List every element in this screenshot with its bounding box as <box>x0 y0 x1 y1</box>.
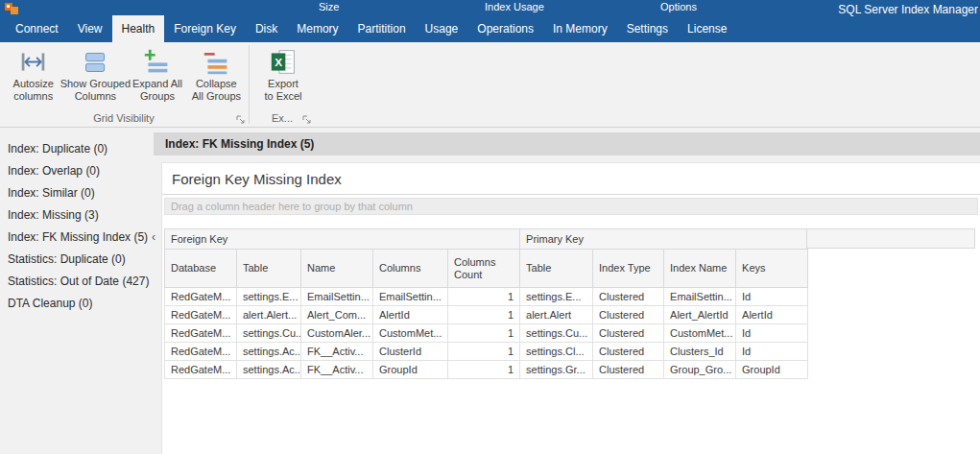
tab-partitition[interactable]: Partitition <box>348 15 416 42</box>
tab-disk[interactable]: Disk <box>246 15 287 42</box>
sidebar-item-index-fk-missing[interactable]: Index: FK Missing Index (5)‹ <box>0 227 154 249</box>
column-header-keys[interactable]: Keys <box>736 250 808 288</box>
grid-cell[interactable]: RedGateM... <box>165 288 237 306</box>
tab-license[interactable]: License <box>678 15 736 42</box>
grid-cell[interactable]: settings.Ac... <box>237 343 301 361</box>
tab-view[interactable]: View <box>68 15 112 42</box>
expand-groups-icon <box>143 48 171 76</box>
grid-cell[interactable]: settings.E... <box>237 288 301 306</box>
grid-cell[interactable]: Id <box>736 343 808 361</box>
tab-memory[interactable]: Memory <box>287 15 347 42</box>
column-header-index-name[interactable]: Index Name <box>664 250 736 288</box>
sidebar-item-index-similar[interactable]: Index: Similar (0) <box>0 182 154 204</box>
grid-cell[interactable]: 1 <box>448 306 520 324</box>
ribbon-group-separator <box>249 45 250 124</box>
export-to-excel-button[interactable]: X Export to Excel <box>254 45 312 111</box>
column-header-columns-count[interactable]: Columns Count <box>448 250 520 288</box>
ribbon-group-grid-visibility: Autosize columns Show Grouped Columns <box>0 42 248 127</box>
tab-health[interactable]: Health <box>112 15 165 42</box>
grid-cell[interactable]: EmailSettin... <box>301 288 373 306</box>
grid-cell[interactable]: RedGateM... <box>165 343 237 361</box>
svg-text:X: X <box>275 56 282 68</box>
grid-cell[interactable]: 1 <box>448 361 520 379</box>
expand-all-groups-button[interactable]: Expand All Groups <box>128 45 186 111</box>
grid-cell[interactable]: Clustered <box>593 343 664 361</box>
ribbon-group-caption: Grid Visibility <box>93 112 154 124</box>
tab-foreign-key[interactable]: Foreign Key <box>164 15 246 42</box>
grid-cell[interactable]: settings.E... <box>520 288 593 306</box>
grid-cell[interactable]: Id <box>736 288 808 306</box>
sidebar-item-label: Index: FK Missing Index (5) <box>8 227 148 249</box>
grid-cell[interactable]: ClusterId <box>373 343 448 361</box>
grid-cell[interactable]: settings.Cu... <box>237 324 301 343</box>
grid-cell[interactable]: Alert_Com... <box>301 306 373 324</box>
grid-cell[interactable]: settings.Cu... <box>520 324 593 343</box>
grid-cell[interactable]: CustomMet... <box>664 324 736 343</box>
grid-cell[interactable]: settings.Gr... <box>520 361 593 379</box>
dialog-launcher-icon[interactable] <box>236 115 245 124</box>
button-label: Collapse <box>196 78 237 90</box>
column-header-columns[interactable]: Columns <box>373 250 448 288</box>
tab-in-memory[interactable]: In Memory <box>543 15 617 42</box>
group-by-drop-zone[interactable]: Drag a column header here to group by th… <box>164 198 978 215</box>
column-header-name[interactable]: Name <box>301 250 373 288</box>
column-header-database[interactable]: Database <box>165 250 237 288</box>
tab-connect[interactable]: Connect <box>6 15 68 42</box>
grid-cell[interactable]: FK__Activ... <box>301 361 373 379</box>
column-header-pk-table[interactable]: Table <box>520 250 593 288</box>
autosize-columns-button[interactable]: Autosize columns <box>4 45 62 111</box>
grid-cell[interactable]: AlertId <box>736 306 808 324</box>
grid-cell[interactable]: Group_Gro... <box>664 361 736 379</box>
grid-cell[interactable]: settings.Cl... <box>520 343 593 361</box>
grid-cell[interactable]: 1 <box>448 288 520 306</box>
sidebar-item-index-missing[interactable]: Index: Missing (3) <box>0 204 154 227</box>
grid-row: RedGateM... settings.Cu... CustomAler...… <box>165 324 808 343</box>
sidebar-item-dta-cleanup[interactable]: DTA Cleanup (0) <box>0 293 154 315</box>
grid-cell[interactable]: CustomMet... <box>373 324 448 343</box>
grid-cell[interactable]: AlertId <box>373 306 448 324</box>
grid-cell[interactable]: Alert_AlertId <box>664 306 736 324</box>
dialog-launcher-icon[interactable] <box>302 115 311 124</box>
collapse-all-groups-button[interactable]: Collapse All Groups <box>187 45 246 111</box>
sidebar-item-index-overlap[interactable]: Index: Overlap (0) <box>0 160 154 182</box>
grouped-columns-icon <box>82 48 109 76</box>
sidebar: Index: Duplicate (0) Index: Overlap (0) … <box>0 128 154 454</box>
grid-cell[interactable]: 1 <box>448 324 520 343</box>
column-header-table[interactable]: Table <box>237 250 301 288</box>
body-area: Index: Duplicate (0) Index: Overlap (0) … <box>0 128 980 454</box>
band-foreign-key[interactable]: Foreign Key <box>165 229 520 250</box>
grid-cell[interactable]: EmailSettin... <box>664 288 736 306</box>
band-primary-key[interactable]: Primary Key <box>520 229 808 250</box>
grid-cell[interactable]: FK__Activ... <box>301 343 373 361</box>
grid-cell[interactable]: alert.Alert <box>520 306 593 324</box>
tab-usage[interactable]: Usage <box>416 15 468 42</box>
sidebar-item-index-duplicate[interactable]: Index: Duplicate (0) <box>0 138 154 160</box>
grid-cell[interactable]: Clustered <box>593 288 664 306</box>
grid-cell[interactable]: 1 <box>448 343 520 361</box>
sidebar-item-label: Index: Overlap (0) <box>8 160 100 182</box>
grid-cell[interactable]: RedGateM... <box>165 306 237 324</box>
sidebar-item-statistics-duplicate[interactable]: Statistics: Duplicate (0) <box>0 249 154 271</box>
grid-cell[interactable]: Clustered <box>593 361 664 379</box>
button-label: Show Grouped <box>60 78 131 90</box>
grid-cell[interactable]: RedGateM... <box>165 324 237 343</box>
grid-cell[interactable]: GroupId <box>736 361 808 379</box>
grid-cell[interactable]: settings.Ac... <box>237 361 301 379</box>
tab-settings[interactable]: Settings <box>617 15 678 42</box>
grid-cell[interactable]: alert.Alert... <box>237 306 301 324</box>
column-header-index-type[interactable]: Index Type <box>593 250 664 288</box>
grid-cell[interactable]: Clusters_Id <box>664 343 736 361</box>
show-grouped-columns-button[interactable]: Show Grouped Columns <box>62 45 128 111</box>
grid-cell[interactable]: Clustered <box>593 306 664 324</box>
tab-operations[interactable]: Operations <box>467 15 543 42</box>
grid-cell[interactable]: CustomAler... <box>301 324 373 343</box>
grid-cell[interactable]: Id <box>736 324 808 343</box>
grid-cell[interactable]: RedGateM... <box>165 361 237 379</box>
grid-cell[interactable]: Clustered <box>593 324 664 343</box>
grid-cell[interactable]: GroupId <box>373 361 448 379</box>
button-label: columns <box>13 90 53 103</box>
grid-cell[interactable]: EmailSettin... <box>373 288 448 306</box>
sidebar-item-statistics-out-of-date[interactable]: Statistics: Out of Date (427) <box>0 271 154 293</box>
button-label: Columns <box>75 90 116 103</box>
band-header-row: Foreign Key Primary Key <box>165 229 808 250</box>
